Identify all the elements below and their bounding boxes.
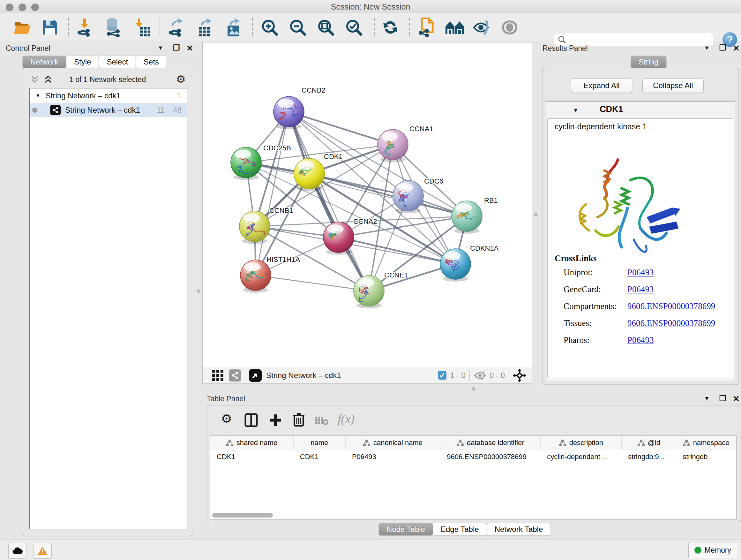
window-title: Session: New Session bbox=[0, 2, 741, 11]
panel-close-icon[interactable]: ✕ bbox=[186, 44, 193, 53]
save-floppy-icon bbox=[42, 19, 58, 36]
tab-network-table[interactable]: Network Table bbox=[487, 523, 551, 536]
export-network-button[interactable] bbox=[165, 17, 186, 37]
zoom-out-button[interactable] bbox=[287, 17, 308, 37]
column-header-namespace[interactable]: namespace bbox=[676, 436, 736, 450]
network-canvas[interactable]: CCNB2CCNA1CDC25BCDK1CDC6RB1CCNB1CCNA2CDK… bbox=[203, 43, 532, 367]
show-home-button[interactable] bbox=[444, 17, 465, 37]
application-window: Session: New Session bbox=[0, 0, 741, 560]
table-cell[interactable]: 9606.ENSP00000378699 bbox=[441, 450, 541, 463]
node-RB1[interactable]: RB1 bbox=[452, 196, 498, 234]
table-cell[interactable]: P06493 bbox=[346, 450, 441, 463]
section-expander-icon[interactable]: ▼ bbox=[573, 107, 579, 114]
network-options-gear-icon[interactable]: ⚙ bbox=[176, 73, 186, 85]
left-splitter-handle[interactable] bbox=[197, 289, 200, 293]
zoom-in-button[interactable] bbox=[259, 17, 280, 37]
import-network-file-button[interactable] bbox=[74, 17, 95, 37]
crosslink-link[interactable]: P06493 bbox=[627, 335, 654, 345]
edge-CCNA2-CDKN1A[interactable] bbox=[339, 237, 455, 264]
tab-edge-table[interactable]: Edge Table bbox=[433, 523, 487, 536]
show-columns-icon[interactable] bbox=[245, 413, 258, 427]
edge-CCNB2-CCNE1[interactable] bbox=[289, 112, 369, 291]
view-network-title: String Network – cdk1 bbox=[266, 371, 341, 380]
table-panel-title: Table Panel bbox=[207, 395, 245, 403]
panel-float-icon[interactable]: ❐ bbox=[719, 44, 726, 52]
column-header-shared-name[interactable]: shared name bbox=[210, 436, 293, 450]
node-CDK1[interactable]: CDK1 bbox=[294, 152, 343, 191]
open-session-button[interactable] bbox=[12, 17, 33, 37]
export-table-button[interactable] bbox=[194, 17, 215, 37]
new-network-from-selection-button[interactable] bbox=[415, 17, 436, 37]
redraw-graph-button[interactable] bbox=[380, 17, 401, 37]
node-CDKN1A[interactable]: CDKN1A bbox=[440, 244, 499, 282]
crosslink-link[interactable]: 9606.ENSP00000378699 bbox=[627, 318, 715, 328]
memory-button[interactable]: Memory bbox=[688, 542, 737, 558]
expand-all-button[interactable]: Expand All bbox=[571, 78, 632, 93]
right-splitter-handle[interactable] bbox=[534, 212, 538, 216]
node-label: CDC6 bbox=[424, 177, 443, 185]
node-HIST1H1A[interactable]: HIST1H1A bbox=[240, 255, 300, 293]
edge-HIST1H1A-CCNE1[interactable] bbox=[256, 275, 369, 291]
table-options-gear-icon[interactable]: ⚙ bbox=[221, 411, 232, 426]
warnings-button[interactable] bbox=[33, 543, 52, 559]
node-CCNB2[interactable]: CCNB2 bbox=[273, 86, 326, 129]
column-header--id[interactable]: @id bbox=[622, 436, 676, 450]
network-tab-content: 1 of 1 Network selected ⚙ ▼ String Netwo… bbox=[22, 68, 193, 537]
table-cell[interactable]: stringdb bbox=[676, 450, 736, 463]
delete-column-trash-icon[interactable] bbox=[292, 413, 305, 427]
grid-mode-icon[interactable] bbox=[212, 370, 224, 381]
tab-network[interactable]: Network bbox=[22, 56, 66, 68]
table-cell[interactable]: CDK1 bbox=[210, 450, 293, 463]
show-all-button[interactable] bbox=[499, 17, 520, 37]
column-header-database-identifier[interactable]: database identifier bbox=[441, 436, 541, 450]
zoom-fit-button[interactable] bbox=[315, 17, 336, 37]
panel-float-icon[interactable]: ❐ bbox=[719, 394, 726, 403]
collection-expander-icon[interactable]: ▼ bbox=[36, 93, 41, 99]
import-table-file-button[interactable] bbox=[132, 17, 153, 37]
zoom-selected-button[interactable] bbox=[343, 17, 364, 37]
column-header-name[interactable]: name bbox=[293, 436, 346, 450]
panel-menu-icon[interactable]: ▼ bbox=[704, 45, 710, 51]
column-header-description[interactable]: description bbox=[541, 436, 622, 450]
table-row[interactable]: CDK1CDK1P064939606.ENSP00000378699cyclin… bbox=[210, 450, 736, 463]
network-edge-count: 48 bbox=[173, 106, 182, 115]
network-collection-row[interactable]: ▼ String Network – cdk1 1 bbox=[30, 88, 187, 103]
crosslink-label: GeneCard: bbox=[563, 285, 627, 294]
tab-node-table[interactable]: Node Table bbox=[379, 523, 433, 536]
tab-select[interactable]: Select bbox=[98, 56, 136, 68]
network-mode-icon[interactable] bbox=[229, 369, 241, 381]
crosslink-link[interactable]: 9606.ENSP00000378699 bbox=[627, 301, 715, 311]
table-cell[interactable]: cyclin-dependent ... bbox=[541, 450, 622, 463]
fit-content-crosshair-icon[interactable] bbox=[513, 369, 526, 382]
export-image-button[interactable] bbox=[223, 17, 244, 37]
panel-close-icon[interactable]: ✕ bbox=[733, 394, 740, 404]
panel-menu-icon[interactable]: ▼ bbox=[704, 395, 710, 402]
tab-sets[interactable]: Sets bbox=[136, 56, 167, 68]
tab-style[interactable]: Style bbox=[66, 56, 99, 68]
edge-CCNB2-CCNA1[interactable] bbox=[289, 112, 393, 145]
crosslink-link[interactable]: P06493 bbox=[627, 267, 654, 277]
column-header-canonical-name[interactable]: canonical name bbox=[346, 436, 441, 450]
create-column-icon[interactable] bbox=[269, 413, 282, 427]
panel-close-icon[interactable]: ✕ bbox=[733, 44, 740, 53]
cloud-status-button[interactable] bbox=[8, 543, 27, 559]
toolbar-separator bbox=[409, 18, 410, 36]
crosslink-row: Compartments:9606.ENSP00000378699 bbox=[563, 301, 730, 311]
crosslink-row: Uniprot:P06493 bbox=[563, 267, 730, 277]
network-row-selected[interactable]: String Network – cdk1 11 48 bbox=[30, 103, 187, 117]
table-cell[interactable]: stringdb:9... bbox=[622, 450, 676, 463]
import-network-database-button[interactable] bbox=[103, 17, 124, 37]
collapse-all-button[interactable]: Collapse All bbox=[643, 78, 704, 93]
birdseye-view-icon[interactable] bbox=[249, 369, 262, 382]
crosslink-link[interactable]: P06493 bbox=[627, 285, 654, 294]
table-hscrollbar-thumb[interactable] bbox=[212, 513, 273, 517]
selected-items-checkbox-icon[interactable] bbox=[438, 371, 447, 380]
panel-menu-icon[interactable]: ▼ bbox=[158, 45, 163, 51]
node-gloss bbox=[357, 278, 374, 287]
save-session-button[interactable] bbox=[40, 17, 61, 37]
eye-icon bbox=[500, 19, 519, 36]
table-cell[interactable]: CDK1 bbox=[293, 450, 346, 463]
hide-selected-button[interactable] bbox=[471, 17, 492, 37]
panel-float-icon[interactable]: ❐ bbox=[173, 44, 180, 52]
tab-string[interactable]: String bbox=[630, 56, 667, 68]
